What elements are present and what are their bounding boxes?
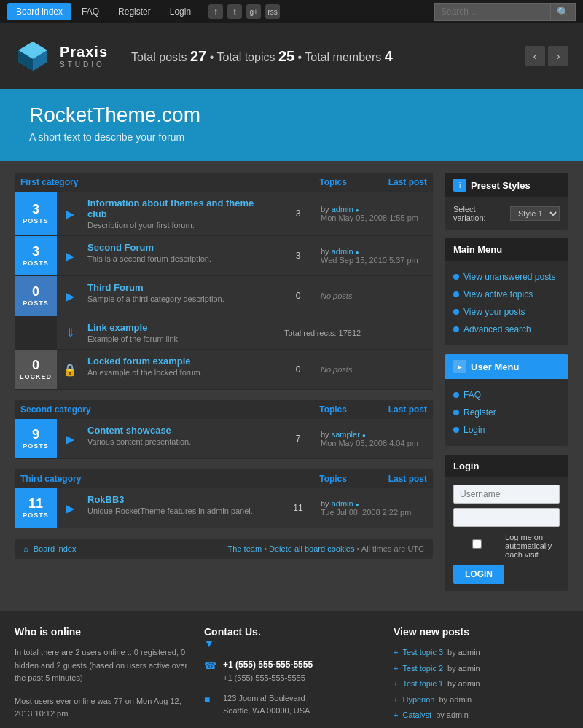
facebook-icon[interactable]: f <box>208 4 223 19</box>
forum-topics: 3 <box>280 192 316 235</box>
user-menu-widget: ► User Menu FAQ Register Login <box>445 354 568 446</box>
user-link[interactable]: admin <box>332 247 353 256</box>
user-link[interactable]: sampler <box>332 430 360 439</box>
forum-topics: 0 <box>280 350 316 389</box>
phone-secondary: +1 (555) 555-555-5555 <box>223 672 313 685</box>
forum-name-link[interactable]: Content showcase <box>87 425 171 436</box>
user-link[interactable]: admin <box>332 205 353 214</box>
last-date: Tue Jul 08, 2008 2:22 pm <box>321 508 429 517</box>
rss-icon[interactable]: rss <box>265 4 280 19</box>
googleplus-icon[interactable]: g+ <box>246 4 261 19</box>
nav-faq[interactable]: FAQ <box>73 3 108 20</box>
twitter-icon[interactable]: t <box>227 4 242 19</box>
forum-desc: Sample of a third category description. <box>87 294 275 303</box>
bottom-area: Who is online In total there are 2 users… <box>0 611 583 728</box>
new-post-link[interactable]: Catalyst <box>402 709 431 722</box>
by-label: by <box>321 205 329 214</box>
new-post-link[interactable]: Test topic 2 <box>402 662 443 676</box>
main-menu-body: View unanswered posts View active topics… <box>445 261 568 345</box>
forum-desc: Various content presentation. <box>87 437 275 446</box>
preset-styles-widget: i Preset Styles Select variation: Style … <box>445 173 568 230</box>
login-header: Login <box>445 455 568 477</box>
menu-item-faq: FAQ <box>453 386 560 404</box>
remember-checkbox[interactable] <box>453 539 501 549</box>
nav-board-index[interactable]: Board index <box>7 3 71 20</box>
board-index-link[interactable]: Board index <box>34 544 77 553</box>
board-footer-left: ⌂ Board index <box>23 544 76 553</box>
forum-details: Third Forum Sample of a third category d… <box>83 276 280 316</box>
menu-link-active[interactable]: View active topics <box>463 289 533 300</box>
forum-name-link[interactable]: Locked forum example <box>87 356 191 367</box>
user-menu-register-link[interactable]: Register <box>463 407 496 418</box>
search-input[interactable] <box>434 3 551 21</box>
style-select: Select variation: Style 1 Style 2 Style … <box>453 205 560 222</box>
last-date: Mon May 05, 2008 4:04 pm <box>321 439 429 447</box>
blue-banner: RocketTheme.com A short text to describe… <box>0 89 583 161</box>
category-second-name: Second category <box>20 404 91 415</box>
list-item: +Hyperion by admin <box>394 694 568 707</box>
forum-details: Information about themes and theme club … <box>83 192 280 235</box>
separator1: • Total topics <box>210 51 278 63</box>
main-menu-title: Main Menu <box>453 244 502 255</box>
new-post-link[interactable]: Test topic 3 <box>402 646 443 659</box>
dropdown-icon: ▼ <box>204 638 214 649</box>
login-button[interactable]: LOGIN <box>453 565 504 584</box>
post-count: 3 POSTS <box>15 236 57 275</box>
category-third: Third category Topics Last post 11 POSTS… <box>15 469 433 528</box>
new-post-link[interactable]: Test topic 1 <box>402 678 443 691</box>
header-stats: Total posts 27 • Total topics 25 • Total… <box>117 48 525 65</box>
prev-arrow-button[interactable]: ‹ <box>525 46 545 66</box>
forum-name-link[interactable]: RokBB3 <box>87 494 125 505</box>
user-menu-login-link[interactable]: Login <box>463 425 485 435</box>
forum-row: 3 POSTS ▶ Second Forum This is a second … <box>15 236 433 276</box>
forum-details: Second Forum This is a second forum desc… <box>83 236 280 275</box>
menu-link-yours[interactable]: View your posts <box>463 307 525 317</box>
forum-name-link[interactable]: Information about themes and theme club <box>87 197 254 219</box>
address-line2: Seattle, WA 00000, USA <box>223 705 310 718</box>
top-navigation: Board index FAQ Register Login f t g+ rs… <box>0 0 583 23</box>
forum-desc: This is a second forum description. <box>87 254 275 263</box>
who-online-text: In total there are 2 users online :: 0 r… <box>15 646 189 685</box>
menu-link-unanswered[interactable]: View unanswered posts <box>463 272 556 282</box>
plus-icon: + <box>394 678 398 691</box>
forum-name-link[interactable]: Third Forum <box>87 282 144 293</box>
forum-icon-area: 🔒 <box>57 350 83 389</box>
user-link[interactable]: admin <box>332 499 353 508</box>
post-count: 11 POSTS <box>15 488 57 528</box>
username-input[interactable] <box>453 485 560 504</box>
total-posts-value: 27 <box>190 48 206 64</box>
new-posts-column: View new posts +Test topic 3 by admin +T… <box>394 626 568 728</box>
menu-link-search[interactable]: Advanced search <box>463 324 531 334</box>
list-item: +Test topic 2 by admin <box>394 662 568 676</box>
lock-icon: 🔒 <box>63 363 77 377</box>
address-line1: 123 Joomla! Boulevard <box>223 692 310 705</box>
next-arrow-button[interactable]: › <box>548 46 568 66</box>
new-posts-title: View new posts <box>394 626 568 638</box>
plus-icon: + <box>394 646 398 659</box>
site-title: RocketTheme.com <box>29 103 554 127</box>
forum-name-link[interactable]: Link example <box>87 322 147 333</box>
password-input[interactable] <box>453 508 560 527</box>
last-date: Wed Sep 15, 2010 5:37 pm <box>321 256 429 265</box>
user-menu-faq-link[interactable]: FAQ <box>463 390 481 400</box>
forum-topics: 11 <box>280 488 316 528</box>
category-third-name: Third category <box>20 474 81 484</box>
main-menu-widget: Main Menu View unanswered posts View act… <box>445 238 568 345</box>
left-content: First category Topics Last post 3 POSTS … <box>15 173 433 600</box>
nav-register[interactable]: Register <box>109 3 160 20</box>
category-second-header: Second category Topics Last post <box>15 400 433 419</box>
style-dropdown[interactable]: Style 1 Style 2 Style 3 <box>510 206 560 221</box>
total-members-value: 4 <box>385 48 393 64</box>
new-post-link[interactable]: Hyperion <box>402 694 434 707</box>
arrow-right-icon: ► <box>453 360 466 373</box>
team-link[interactable]: The team <box>228 544 262 553</box>
new-post-link[interactable]: Chromatophore <box>402 725 458 728</box>
forum-name-link[interactable]: Second Forum <box>87 242 154 253</box>
forum-link-spacer <box>15 316 57 349</box>
plus-icon: + <box>394 662 398 676</box>
search-button[interactable]: 🔍 <box>551 3 576 21</box>
logo-area: Praxis STUDIO <box>15 38 117 74</box>
user-menu-title: User Menu <box>471 361 519 372</box>
delete-cookies-link[interactable]: Delete all board cookies <box>269 544 354 553</box>
nav-login[interactable]: Login <box>161 3 200 20</box>
